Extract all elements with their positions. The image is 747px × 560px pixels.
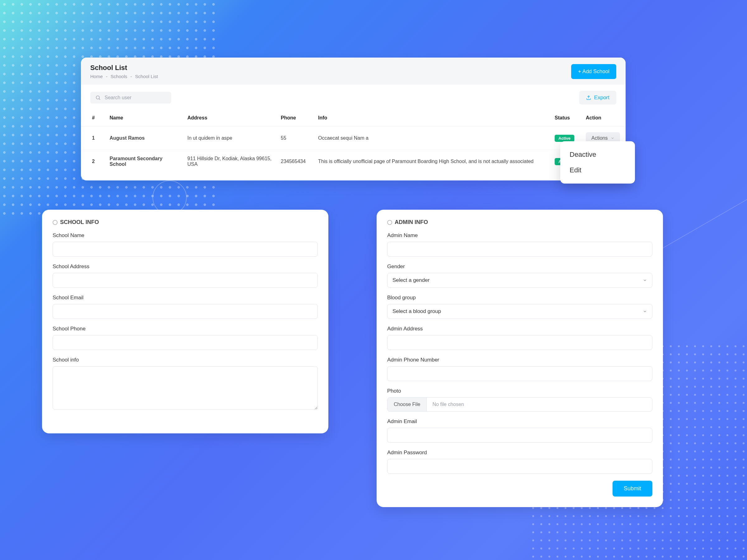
admin-email-input[interactable] (387, 428, 652, 443)
row-info: This is officially unofficial page of Pa… (314, 150, 551, 173)
gender-select[interactable]: Select a gender (387, 273, 652, 288)
list-controls: Export (81, 85, 626, 105)
export-button-label: Export (594, 95, 610, 101)
panel-header: School List Home - Schools - School List… (81, 58, 626, 85)
school-info-title: SCHOOL INFO (53, 219, 318, 225)
school-info-panel: SCHOOL INFO School Name School Address S… (42, 210, 328, 433)
admin-info-panel: ADMIN INFO Admin Name Gender Select a ge… (377, 210, 663, 507)
breadcrumb-separator: - (106, 74, 107, 79)
row-address: In ut quidem in aspe (184, 127, 277, 150)
admin-email-label: Admin Email (387, 419, 652, 425)
school-info-textarea[interactable] (53, 366, 318, 410)
school-phone-label: School Phone (53, 326, 318, 332)
admin-info-title: ADMIN INFO (387, 219, 652, 225)
school-email-input[interactable] (53, 304, 318, 319)
blood-select[interactable]: Select a blood group (387, 304, 652, 319)
admin-name-label: Admin Name (387, 232, 652, 239)
admin-address-label: Admin Address (387, 326, 652, 332)
row-address: 911 Hillside Dr, Kodiak, Alaska 99615, U… (184, 150, 277, 173)
admin-password-label: Admin Password (387, 450, 652, 456)
admin-phone-label: Admin Phone Number (387, 357, 652, 363)
choose-file-button[interactable]: Choose File (387, 398, 427, 411)
svg-point-0 (96, 96, 100, 99)
table-row: 2 Paramount Secondary School 911 Hillsid… (81, 150, 626, 173)
school-address-label: School Address (53, 264, 318, 270)
photo-file-input[interactable]: Choose File No file chosen (387, 397, 652, 411)
row-info: Occaecat sequi Nam a (314, 127, 551, 150)
school-email-label: School Email (53, 295, 318, 301)
breadcrumb-current: School List (135, 74, 158, 79)
search-input[interactable] (105, 95, 166, 101)
school-name-label: School Name (53, 232, 318, 239)
row-name: August Ramos (106, 127, 184, 150)
chevron-down-icon (643, 278, 647, 283)
search-input-wrapper[interactable] (90, 92, 171, 104)
photo-label: Photo (387, 388, 652, 394)
column-header-info: Info (314, 109, 551, 127)
school-address-input[interactable] (53, 273, 318, 288)
dropdown-edit[interactable]: Edit (560, 162, 635, 178)
blood-placeholder: Select a blood group (392, 308, 441, 315)
column-header-phone: Phone (277, 109, 314, 127)
admin-name-input[interactable] (387, 242, 652, 257)
column-header-address: Address (184, 109, 277, 127)
breadcrumb-separator: - (130, 74, 132, 79)
column-header-num: # (81, 109, 106, 127)
chevron-down-icon (611, 136, 614, 140)
column-header-action: Action (582, 109, 626, 127)
table-row: 1 August Ramos In ut quidem in aspe 55 O… (81, 127, 626, 150)
chevron-down-icon (643, 309, 647, 314)
submit-button[interactable]: Submit (613, 481, 652, 497)
school-phone-input[interactable] (53, 335, 318, 350)
school-list-panel: School List Home - Schools - School List… (81, 58, 626, 181)
gender-placeholder: Select a gender (392, 277, 430, 284)
school-info-label: School info (53, 357, 318, 363)
file-chosen-text: No file chosen (427, 398, 469, 411)
search-icon (95, 95, 101, 101)
admin-address-input[interactable] (387, 335, 652, 350)
school-name-input[interactable] (53, 242, 318, 257)
status-badge: Active (555, 135, 574, 142)
upload-icon (586, 95, 591, 100)
blood-label: Blood group (387, 295, 652, 301)
gender-label: Gender (387, 264, 652, 270)
row-number: 1 (81, 127, 106, 150)
breadcrumb: Home - Schools - School List (90, 74, 158, 79)
actions-label: Actions (591, 135, 608, 141)
add-school-button[interactable]: + Add School (571, 64, 616, 79)
column-header-name: Name (106, 109, 184, 127)
column-header-status: Status (551, 109, 582, 127)
school-table: # Name Address Phone Info Status Action … (81, 109, 626, 173)
admin-phone-input[interactable] (387, 366, 652, 381)
export-button[interactable]: Export (579, 91, 616, 105)
row-phone: 234565434 (277, 150, 314, 173)
svg-line-1 (99, 99, 100, 100)
breadcrumb-home[interactable]: Home (90, 74, 103, 79)
row-phone: 55 (277, 127, 314, 150)
page-title: School List (90, 64, 158, 72)
breadcrumb-schools[interactable]: Schools (110, 74, 127, 79)
row-number: 2 (81, 150, 106, 173)
dropdown-deactive[interactable]: Deactive (560, 147, 635, 162)
actions-dropdown: Deactive Edit (560, 141, 635, 184)
admin-password-input[interactable] (387, 459, 652, 474)
row-name: Paramount Secondary School (106, 150, 184, 173)
